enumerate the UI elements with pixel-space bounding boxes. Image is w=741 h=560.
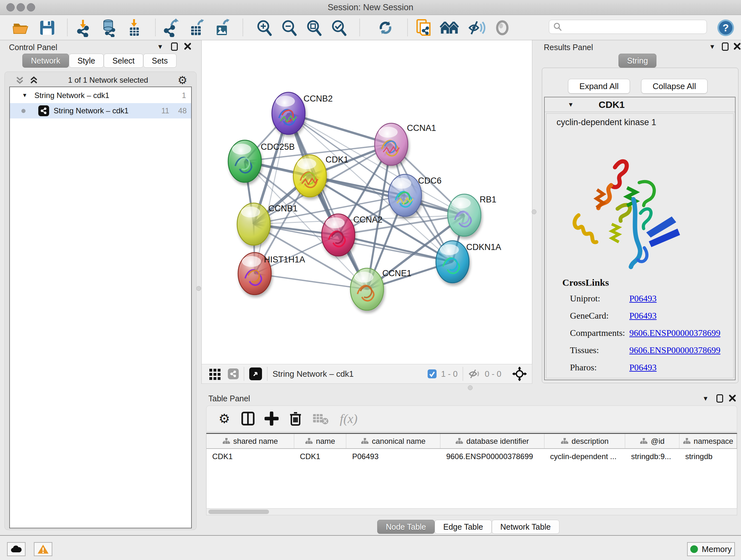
fit-crosshair-icon[interactable]	[512, 367, 527, 381]
function-builder-icon[interactable]: f(x)	[340, 411, 358, 426]
close-panel-icon[interactable]	[733, 43, 741, 50]
table-horizontal-scrollbar[interactable]	[206, 508, 737, 515]
search-input[interactable]	[562, 21, 706, 33]
table-settings-gear-icon[interactable]: ⚙	[219, 411, 230, 426]
zoom-fit-button[interactable]	[305, 18, 324, 37]
float-panel-icon[interactable]	[717, 394, 723, 402]
grid-view-icon[interactable]	[208, 367, 222, 381]
node-CDC25B[interactable]	[228, 140, 261, 182]
column-header-name[interactable]: name	[294, 434, 347, 448]
expand-all-button[interactable]: Expand All	[568, 79, 630, 94]
panel-menu-icon[interactable]: ▼	[702, 395, 709, 402]
save-session-button[interactable]	[38, 18, 57, 37]
edge-CCNB2-HIST1H1A[interactable]	[255, 113, 288, 273]
table-cell[interactable]: P06493	[346, 449, 441, 464]
node-CDKN1A[interactable]	[436, 241, 469, 283]
table-cell[interactable]: 9606.ENSP00000378699	[441, 449, 544, 464]
tab-node-table[interactable]: Node Table	[377, 520, 434, 534]
node-label-CDK1: CDK1	[326, 155, 348, 165]
show-columns-icon[interactable]	[241, 411, 255, 426]
delete-column-icon[interactable]	[289, 411, 302, 426]
crosslink-value-link[interactable]: 9606.ENSP00000378699	[629, 328, 720, 338]
export-network-button[interactable]	[161, 18, 181, 37]
tab-network-table[interactable]: Network Table	[492, 520, 559, 534]
export-table-button[interactable]	[187, 18, 206, 37]
tab-select[interactable]: Select	[104, 54, 143, 68]
node-CCNB1[interactable]	[237, 203, 270, 245]
tab-network[interactable]: Network	[22, 54, 69, 68]
zoom-in-button[interactable]	[255, 18, 274, 37]
show-all-button[interactable]	[440, 18, 459, 37]
crosslink-value-link[interactable]: P06493	[629, 311, 657, 321]
import-table-button[interactable]	[125, 18, 144, 37]
cloud-status-button[interactable]	[7, 542, 25, 556]
float-panel-icon[interactable]	[171, 43, 178, 51]
table-cell[interactable]: cyclin-dependent ...	[544, 449, 625, 464]
column-header-id[interactable]: @id	[625, 434, 679, 448]
network-collection-row[interactable]: ▼ String Network – cdk1 1	[10, 88, 191, 103]
panel-menu-icon[interactable]: ▼	[709, 43, 716, 51]
selected-checkbox-icon[interactable]	[427, 369, 437, 379]
results-tab-string[interactable]: String	[618, 54, 657, 68]
node-RB1[interactable]	[448, 194, 481, 236]
crosslink-value-link[interactable]: P06493	[629, 294, 657, 304]
section-expander-icon[interactable]: ▼	[568, 101, 574, 108]
node-CDC6[interactable]	[388, 174, 421, 216]
import-network-button[interactable]	[73, 18, 92, 37]
zoom-selected-button[interactable]	[329, 18, 348, 37]
column-header-canonicalname[interactable]: canonical name	[346, 434, 441, 448]
crosslink-value-link[interactable]: P06493	[629, 362, 657, 373]
table-cell[interactable]: stringdb:9...	[625, 449, 679, 464]
export-image-button[interactable]	[212, 18, 232, 37]
close-panel-icon[interactable]	[729, 394, 736, 402]
node-CCNE1[interactable]	[350, 268, 384, 310]
left-splitter-handle[interactable]	[196, 286, 201, 291]
crosslink-value-link[interactable]: 9606.ENSP00000378699	[629, 345, 720, 355]
tab-edge-table[interactable]: Edge Table	[434, 520, 492, 534]
node-CCNB2[interactable]	[272, 92, 305, 134]
tab-style[interactable]: Style	[69, 54, 104, 68]
open-session-button[interactable]	[11, 18, 30, 37]
hide-selected-button[interactable]	[467, 18, 486, 37]
expand-all-icon[interactable]	[29, 75, 39, 85]
node-CCNA2[interactable]	[322, 214, 355, 256]
network-row-selected[interactable]: String Network – cdk1 11 48	[10, 103, 191, 118]
close-panel-icon[interactable]	[184, 43, 192, 50]
gene-section-header[interactable]: ▼ CDK1	[545, 98, 735, 112]
zoom-out-button[interactable]	[280, 18, 299, 37]
collection-expander-icon[interactable]: ▼	[22, 92, 27, 99]
bottom-splitter-handle[interactable]	[468, 385, 473, 390]
node-CCNA1[interactable]	[375, 123, 408, 165]
clone-network-button[interactable]	[414, 18, 433, 37]
import-network-from-database-button[interactable]	[99, 18, 118, 37]
table-row[interactable]: CDK1CDK1P064939606.ENSP00000378699cyclin…	[206, 449, 737, 464]
scrollbar-thumb[interactable]	[208, 509, 269, 514]
panel-menu-icon[interactable]: ▼	[157, 43, 163, 51]
hidden-eye-icon[interactable]	[468, 368, 481, 379]
gray-eye-button[interactable]	[493, 18, 512, 37]
warning-status-button[interactable]	[34, 542, 52, 556]
column-header-description[interactable]: description	[544, 434, 625, 448]
delete-table-icon[interactable]	[313, 412, 329, 425]
crosslink-row-pharos: Pharos:P06493	[546, 359, 733, 376]
table-cell[interactable]: stringdb	[679, 449, 737, 464]
network-view-string-icon[interactable]	[228, 368, 239, 379]
network-view-canvas[interactable]: CCNB2CCNA1CDC25BCDK1CDC6RB1CCNB1CCNA2CDK…	[201, 40, 532, 364]
birds-eye-view-icon[interactable]	[249, 368, 262, 380]
help-button[interactable]: ?	[716, 18, 735, 37]
float-panel-icon[interactable]	[722, 43, 729, 51]
column-header-namespace[interactable]: namespace	[679, 434, 737, 448]
table-cell[interactable]: CDK1	[206, 449, 294, 464]
collapse-all-icon[interactable]	[15, 75, 24, 85]
refresh-button[interactable]	[376, 18, 395, 37]
tab-sets[interactable]: Sets	[143, 54, 177, 68]
network-options-gear-icon[interactable]: ⚙	[178, 74, 187, 86]
collapse-all-button[interactable]: Collapse All	[641, 79, 708, 94]
memory-button[interactable]: Memory	[687, 542, 735, 556]
add-column-icon[interactable]	[265, 412, 279, 426]
node-CDK1[interactable]	[293, 155, 327, 197]
table-cell[interactable]: CDK1	[294, 449, 347, 464]
column-header-databaseidentifier[interactable]: database identifier	[441, 434, 544, 448]
column-header-sharedname[interactable]: shared name	[206, 434, 294, 448]
right-splitter-handle[interactable]	[532, 209, 536, 214]
